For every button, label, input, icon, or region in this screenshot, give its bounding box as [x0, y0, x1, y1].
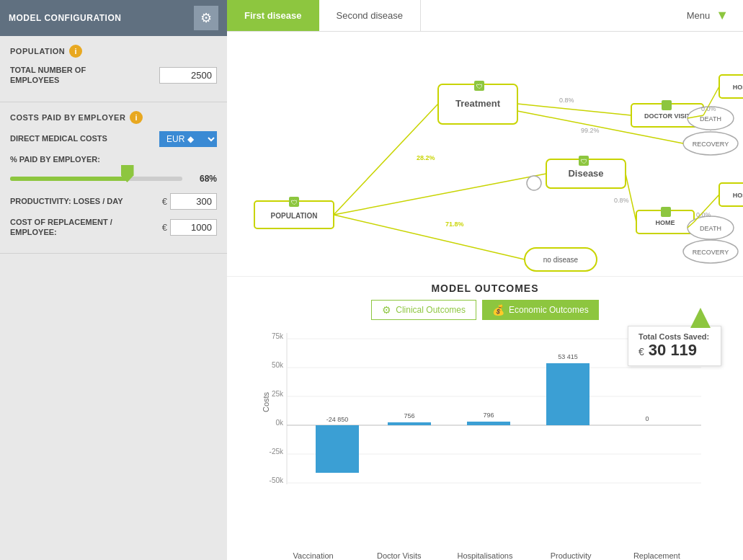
sidebar-title: MODEL CONFIGURATION: [9, 13, 121, 23]
svg-text:Treatment: Treatment: [455, 98, 501, 109]
currency-select[interactable]: EUR ◆: [159, 131, 217, 147]
svg-text:🛡: 🛡: [476, 83, 483, 90]
productivity-row: PRODUCTIVITY: LOSES / DAY €: [10, 193, 217, 210]
x-label-doctor-visits: Doctor Visits: [363, 551, 435, 560]
top-tabs: First disease Second disease Menu ▼: [227, 0, 743, 32]
svg-text:71.8%: 71.8%: [445, 221, 464, 228]
svg-text:99.2%: 99.2%: [581, 127, 600, 134]
svg-text:0.8%: 0.8%: [614, 197, 629, 204]
outcomes-section: MODEL OUTCOMES ⚙ Clinical Outcomes 💰 Eco…: [227, 277, 743, 560]
slider-track: [10, 177, 182, 181]
svg-text:DOCTOR VISIT: DOCTOR VISIT: [644, 112, 690, 120]
employees-field-row: TOTAL NUMBER OF EMPLOYEES: [10, 65, 217, 86]
svg-text:🛡: 🛡: [291, 199, 298, 206]
svg-text:0: 0: [645, 415, 649, 422]
bar-doctor-visits: [388, 422, 431, 425]
slider-fill: [10, 177, 128, 181]
tab-first-disease[interactable]: First disease: [227, 0, 319, 31]
svg-text:25k: 25k: [272, 390, 284, 398]
svg-text:DEATH: DEATH: [700, 115, 721, 123]
x-label-vaccination: Vaccination: [277, 551, 350, 560]
gear-icon: ⚙: [200, 10, 212, 26]
svg-text:DEATH: DEATH: [700, 225, 721, 232]
svg-text:RECOVERY: RECOVERY: [693, 249, 729, 256]
chevron-down-icon: ▼: [716, 8, 729, 23]
direct-medical-label: DIRECT MEDICAL COSTS: [10, 133, 107, 143]
euro-prefix-2: €: [162, 222, 167, 233]
svg-text:Costs: Costs: [262, 391, 270, 412]
svg-rect-65: [662, 100, 672, 110]
svg-text:HOME: HOME: [656, 219, 675, 226]
productivity-input[interactable]: [170, 193, 217, 210]
pct-value: 68%: [188, 174, 217, 184]
main-panel: First disease Second disease Menu ▼ POPU…: [227, 0, 743, 560]
svg-text:-25k: -25k: [270, 448, 284, 455]
diagram-area: POPULATION Treatment Disease no disease …: [227, 32, 743, 277]
svg-text:-50k: -50k: [270, 476, 284, 484]
employees-label: TOTAL NUMBER OF EMPLOYEES: [10, 65, 125, 86]
total-costs-label: Total Costs Saved:: [639, 332, 711, 341]
svg-text:0.8%: 0.8%: [559, 97, 574, 104]
svg-text:756: 756: [404, 412, 414, 419]
productivity-label: PRODUCTIVITY: LOSES / DAY: [10, 196, 123, 206]
total-costs-value: 30 119: [649, 341, 697, 360]
svg-text:53 415: 53 415: [558, 353, 578, 360]
svg-rect-66: [661, 207, 671, 217]
x-label-productivity: Productivity: [535, 551, 607, 560]
x-label-replacement: Replacement: [620, 551, 693, 560]
pct-paid-label: % PAID BY EMPLOYER:: [10, 154, 100, 164]
svg-text:796: 796: [483, 412, 494, 419]
sidebar: MODEL CONFIGURATION ⚙ POPULATION i TOTAL…: [0, 0, 227, 560]
sidebar-header: MODEL CONFIGURATION ⚙: [0, 0, 227, 36]
total-costs-box: Total Costs Saved: € 30 119: [628, 326, 721, 366]
employer-slider-container[interactable]: [10, 172, 182, 186]
bar-hospitalisations: [467, 422, 510, 425]
svg-text:0k: 0k: [275, 419, 284, 427]
svg-text:RECOVERY: RECOVERY: [693, 141, 729, 148]
svg-text:Disease: Disease: [568, 168, 603, 179]
clinical-outcomes-tab[interactable]: ⚙ Clinical Outcomes: [371, 300, 476, 320]
chart-x-labels: Vaccination Doctor Visits Hospitalisatio…: [249, 548, 721, 560]
svg-text:75k: 75k: [272, 332, 284, 340]
euro-prefix-1: €: [162, 196, 167, 207]
costs-title: COSTS PAID BY EMPLOYER i: [10, 111, 217, 124]
outcomes-title: MODEL OUTCOMES: [241, 283, 729, 294]
x-label-hospitalisations: Hospitalisations: [449, 551, 521, 560]
population-title: POPULATION i: [10, 45, 217, 58]
replacement-input[interactable]: [170, 219, 217, 236]
chart-wrapper: Total Costs Saved: € 30 119 75k 50k 25k …: [241, 326, 729, 560]
replacement-row: COST OF REPLACEMENT / EMPLOYEE: €: [10, 217, 217, 238]
costs-section: COSTS PAID BY EMPLOYER i DIRECT MEDICAL …: [0, 102, 227, 254]
svg-text:🛡: 🛡: [581, 158, 587, 165]
direct-medical-row: DIRECT MEDICAL COSTS EUR ◆: [10, 131, 217, 147]
svg-text:HOSPITALISATION: HOSPITALISATION: [733, 192, 743, 199]
tab-second-disease[interactable]: Second disease: [319, 0, 422, 31]
svg-text:0.0%: 0.0%: [701, 105, 716, 112]
pct-paid-row: % PAID BY EMPLOYER:: [10, 154, 217, 164]
menu-tab[interactable]: Menu ▼: [672, 0, 743, 31]
economic-outcomes-tab[interactable]: 💰 Economic Outcomes: [482, 300, 599, 320]
total-euro: €: [639, 346, 644, 357]
population-info-icon[interactable]: i: [69, 45, 82, 58]
diagram-svg: POPULATION Treatment Disease no disease …: [227, 32, 743, 277]
svg-text:28.2%: 28.2%: [417, 154, 435, 161]
clinical-icon: ⚙: [382, 304, 391, 316]
economic-icon: 💰: [492, 304, 504, 316]
bar-productivity: [546, 363, 589, 425]
svg-rect-0: [229, 32, 741, 277]
svg-text:POPULATION: POPULATION: [271, 212, 318, 220]
gear-button[interactable]: ⚙: [194, 6, 218, 30]
population-section: POPULATION i TOTAL NUMBER OF EMPLOYEES: [0, 36, 227, 102]
svg-point-71: [527, 176, 541, 190]
svg-text:50k: 50k: [272, 361, 284, 369]
svg-text:0.0%: 0.0%: [696, 211, 711, 218]
svg-text:HOSPITALISATION: HOSPITALISATION: [733, 84, 743, 91]
costs-info-icon[interactable]: i: [130, 111, 143, 124]
replacement-label: COST OF REPLACEMENT / EMPLOYEE:: [10, 217, 125, 238]
svg-text:no disease: no disease: [543, 256, 579, 264]
employees-input[interactable]: [159, 67, 217, 84]
bar-vaccination: [316, 425, 359, 473]
productivity-input-wrapper: €: [162, 193, 217, 210]
outcomes-tabs: ⚙ Clinical Outcomes 💰 Economic Outcomes: [241, 300, 729, 320]
svg-text:-24 850: -24 850: [326, 416, 349, 423]
